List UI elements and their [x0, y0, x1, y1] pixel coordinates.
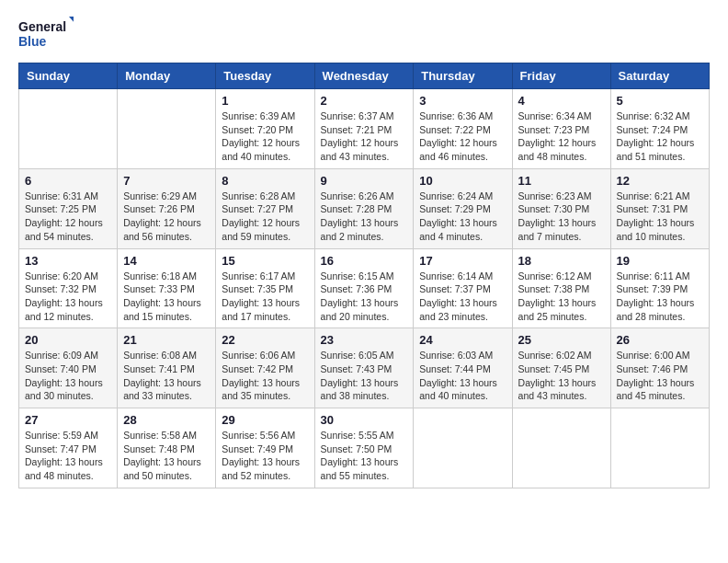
calendar-cell — [512, 408, 610, 488]
calendar-week-row: 20Sunrise: 6:09 AM Sunset: 7:40 PM Dayli… — [19, 328, 710, 408]
day-number: 12 — [617, 174, 703, 188]
calendar-cell: 16Sunrise: 6:15 AM Sunset: 7:36 PM Dayli… — [314, 248, 414, 328]
day-info: Sunrise: 6:11 AM Sunset: 7:39 PM Dayligh… — [617, 270, 703, 324]
day-number: 7 — [123, 174, 210, 188]
calendar-cell — [19, 89, 118, 169]
day-number: 19 — [617, 254, 703, 268]
day-info: Sunrise: 5:56 AM Sunset: 7:49 PM Dayligh… — [222, 429, 308, 483]
day-info: Sunrise: 6:20 AM Sunset: 7:32 PM Dayligh… — [25, 270, 111, 324]
day-header: Sunday — [19, 63, 118, 89]
calendar-cell: 26Sunrise: 6:00 AM Sunset: 7:46 PM Dayli… — [610, 328, 709, 408]
calendar-cell: 14Sunrise: 6:18 AM Sunset: 7:33 PM Dayli… — [118, 248, 216, 328]
day-info: Sunrise: 6:36 AM Sunset: 7:22 PM Dayligh… — [419, 109, 506, 164]
day-number: 10 — [419, 174, 506, 188]
calendar-cell: 23Sunrise: 6:05 AM Sunset: 7:43 PM Dayli… — [314, 328, 414, 408]
calendar-cell: 18Sunrise: 6:12 AM Sunset: 7:38 PM Dayli… — [512, 248, 610, 328]
calendar-cell: 20Sunrise: 6:09 AM Sunset: 7:40 PM Dayli… — [19, 328, 118, 408]
day-header: Thursday — [414, 63, 512, 89]
day-number: 23 — [321, 333, 408, 347]
day-info: Sunrise: 6:31 AM Sunset: 7:25 PM Dayligh… — [25, 190, 111, 244]
day-info: Sunrise: 6:29 AM Sunset: 7:26 PM Dayligh… — [123, 190, 210, 244]
day-info: Sunrise: 6:14 AM Sunset: 7:37 PM Dayligh… — [419, 270, 506, 324]
day-info: Sunrise: 6:32 AM Sunset: 7:24 PM Dayligh… — [617, 109, 703, 164]
calendar-week-row: 27Sunrise: 5:59 AM Sunset: 7:47 PM Dayli… — [19, 408, 710, 488]
day-header: Friday — [512, 63, 610, 89]
day-number: 21 — [123, 333, 210, 347]
day-info: Sunrise: 6:34 AM Sunset: 7:23 PM Dayligh… — [518, 109, 605, 164]
day-header: Tuesday — [216, 63, 314, 89]
day-info: Sunrise: 6:06 AM Sunset: 7:42 PM Dayligh… — [222, 349, 308, 403]
day-number: 17 — [419, 254, 506, 268]
calendar-cell: 22Sunrise: 6:06 AM Sunset: 7:42 PM Dayli… — [216, 328, 314, 408]
day-info: Sunrise: 6:05 AM Sunset: 7:43 PM Dayligh… — [321, 349, 408, 403]
day-info: Sunrise: 6:08 AM Sunset: 7:41 PM Dayligh… — [123, 349, 210, 403]
calendar-week-row: 6Sunrise: 6:31 AM Sunset: 7:25 PM Daylig… — [19, 168, 710, 248]
day-info: Sunrise: 6:02 AM Sunset: 7:45 PM Dayligh… — [518, 349, 605, 403]
calendar-cell: 1Sunrise: 6:39 AM Sunset: 7:20 PM Daylig… — [216, 89, 314, 169]
calendar-cell: 30Sunrise: 5:55 AM Sunset: 7:50 PM Dayli… — [314, 408, 414, 488]
calendar-cell: 11Sunrise: 6:23 AM Sunset: 7:30 PM Dayli… — [512, 168, 610, 248]
calendar-cell: 8Sunrise: 6:28 AM Sunset: 7:27 PM Daylig… — [216, 168, 314, 248]
logo-svg: General Blue — [18, 15, 74, 52]
calendar-week-row: 1Sunrise: 6:39 AM Sunset: 7:20 PM Daylig… — [19, 89, 710, 169]
day-info: Sunrise: 6:17 AM Sunset: 7:35 PM Dayligh… — [222, 270, 308, 324]
day-header: Saturday — [610, 63, 709, 89]
day-number: 1 — [222, 94, 308, 108]
day-info: Sunrise: 6:39 AM Sunset: 7:20 PM Dayligh… — [222, 109, 308, 164]
day-info: Sunrise: 6:12 AM Sunset: 7:38 PM Dayligh… — [518, 270, 605, 324]
day-number: 15 — [222, 254, 308, 268]
calendar-cell: 9Sunrise: 6:26 AM Sunset: 7:28 PM Daylig… — [314, 168, 414, 248]
calendar-cell: 24Sunrise: 6:03 AM Sunset: 7:44 PM Dayli… — [414, 328, 512, 408]
day-number: 20 — [25, 333, 111, 347]
page-header: General Blue — [18, 15, 710, 52]
day-number: 26 — [617, 333, 703, 347]
day-info: Sunrise: 6:26 AM Sunset: 7:28 PM Dayligh… — [321, 190, 408, 244]
calendar-cell: 5Sunrise: 6:32 AM Sunset: 7:24 PM Daylig… — [610, 89, 709, 169]
calendar-week-row: 13Sunrise: 6:20 AM Sunset: 7:32 PM Dayli… — [19, 248, 710, 328]
day-info: Sunrise: 6:09 AM Sunset: 7:40 PM Dayligh… — [25, 349, 111, 403]
calendar-cell: 21Sunrise: 6:08 AM Sunset: 7:41 PM Dayli… — [118, 328, 216, 408]
calendar-cell: 10Sunrise: 6:24 AM Sunset: 7:29 PM Dayli… — [414, 168, 512, 248]
calendar-cell: 6Sunrise: 6:31 AM Sunset: 7:25 PM Daylig… — [19, 168, 118, 248]
day-number: 16 — [321, 254, 408, 268]
day-header: Monday — [118, 63, 216, 89]
day-number: 11 — [518, 174, 605, 188]
day-number: 2 — [321, 94, 408, 108]
day-info: Sunrise: 6:00 AM Sunset: 7:46 PM Dayligh… — [617, 349, 703, 403]
day-info: Sunrise: 6:28 AM Sunset: 7:27 PM Dayligh… — [222, 190, 308, 244]
day-number: 18 — [518, 254, 605, 268]
day-number: 8 — [222, 174, 308, 188]
calendar-cell — [414, 408, 512, 488]
calendar-cell: 19Sunrise: 6:11 AM Sunset: 7:39 PM Dayli… — [610, 248, 709, 328]
calendar-cell: 27Sunrise: 5:59 AM Sunset: 7:47 PM Dayli… — [19, 408, 118, 488]
day-number: 13 — [25, 254, 111, 268]
day-number: 29 — [222, 413, 308, 427]
day-info: Sunrise: 6:15 AM Sunset: 7:36 PM Dayligh… — [321, 270, 408, 324]
day-info: Sunrise: 5:55 AM Sunset: 7:50 PM Dayligh… — [321, 429, 408, 483]
calendar-cell: 7Sunrise: 6:29 AM Sunset: 7:26 PM Daylig… — [118, 168, 216, 248]
day-info: Sunrise: 6:21 AM Sunset: 7:31 PM Dayligh… — [617, 190, 703, 244]
day-number: 25 — [518, 333, 605, 347]
day-number: 24 — [419, 333, 506, 347]
day-number: 22 — [222, 333, 308, 347]
calendar-cell: 29Sunrise: 5:56 AM Sunset: 7:49 PM Dayli… — [216, 408, 314, 488]
svg-marker-2 — [69, 17, 74, 24]
calendar-cell: 4Sunrise: 6:34 AM Sunset: 7:23 PM Daylig… — [512, 89, 610, 169]
day-number: 6 — [25, 174, 111, 188]
calendar-cell: 13Sunrise: 6:20 AM Sunset: 7:32 PM Dayli… — [19, 248, 118, 328]
day-number: 4 — [518, 94, 605, 108]
calendar-cell: 17Sunrise: 6:14 AM Sunset: 7:37 PM Dayli… — [414, 248, 512, 328]
day-info: Sunrise: 5:58 AM Sunset: 7:48 PM Dayligh… — [123, 429, 210, 483]
day-info: Sunrise: 6:24 AM Sunset: 7:29 PM Dayligh… — [419, 190, 506, 244]
svg-text:Blue: Blue — [18, 34, 47, 49]
day-info: Sunrise: 6:23 AM Sunset: 7:30 PM Dayligh… — [518, 190, 605, 244]
svg-text:General: General — [18, 19, 66, 34]
calendar-cell — [610, 408, 709, 488]
calendar-cell: 28Sunrise: 5:58 AM Sunset: 7:48 PM Dayli… — [118, 408, 216, 488]
day-number: 5 — [617, 94, 703, 108]
day-number: 14 — [123, 254, 210, 268]
day-info: Sunrise: 6:37 AM Sunset: 7:21 PM Dayligh… — [321, 109, 408, 164]
calendar-cell: 15Sunrise: 6:17 AM Sunset: 7:35 PM Dayli… — [216, 248, 314, 328]
calendar-header-row: SundayMondayTuesdayWednesdayThursdayFrid… — [19, 63, 710, 89]
day-header: Wednesday — [314, 63, 414, 89]
